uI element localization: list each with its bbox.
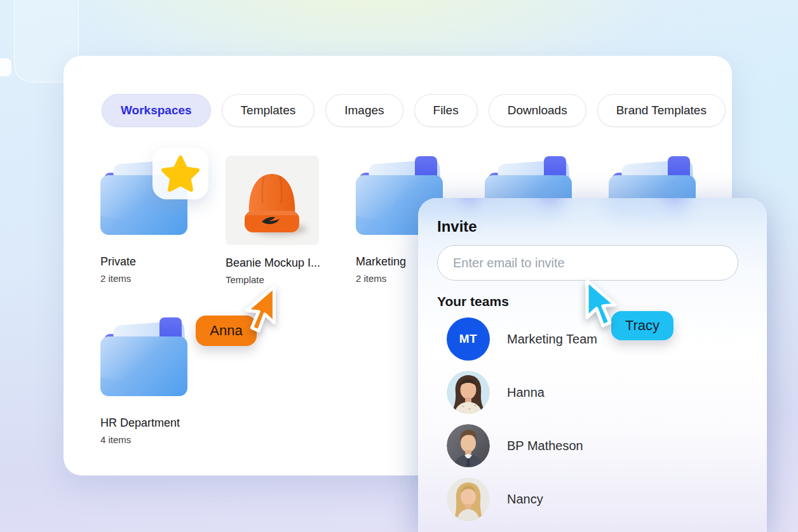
member-row-hanna[interactable]: Hanna — [418, 371, 767, 414]
template-name: Beanie Mockup I... — [226, 256, 321, 270]
glass-blur-smudge — [482, 198, 565, 221]
member-row-nancy[interactable]: Nancy — [418, 477, 767, 521]
collaborator-label-tracy: Tracy — [611, 311, 673, 340]
folder-meta: 4 items — [100, 434, 196, 445]
member-name: Nancy — [507, 492, 543, 507]
glass-blur-smudge — [606, 198, 690, 221]
tab-templates[interactable]: Templates — [222, 94, 315, 127]
marketing-team-avatar: MT — [447, 317, 490, 361]
folder-name: Private — [100, 255, 196, 269]
team-name: Marketing Team — [507, 332, 597, 347]
beanie-image — [226, 156, 319, 245]
member-name: BP Matheson — [507, 439, 583, 453]
member-name: Hanna — [507, 385, 544, 400]
category-tabs: Workspaces Templates Images Files Downlo… — [102, 94, 726, 127]
bp-matheson-avatar — [447, 424, 490, 467]
team-initials: MT — [459, 332, 477, 346]
invite-panel: Invite Your teams MT Marketing Team — [418, 198, 767, 532]
favorite-star-badge — [152, 148, 208, 199]
invite-email-input[interactable] — [437, 245, 738, 281]
nancy-avatar — [447, 477, 490, 521]
star-icon — [161, 155, 200, 193]
tab-brand-templates[interactable]: Brand Templates — [597, 94, 726, 127]
member-row-bp-matheson[interactable]: BP Matheson — [418, 424, 767, 467]
folder-tile-private[interactable]: Private 2 items — [100, 156, 196, 284]
template-meta: Template — [226, 274, 321, 285]
collaborator-cursor-anna — [243, 286, 278, 338]
folder-name: HR Department — [100, 416, 196, 430]
folder-tile-hr-department[interactable]: HR Department 4 items — [100, 317, 196, 445]
your-teams-heading: Your teams — [437, 294, 509, 309]
template-tile-beanie[interactable]: Beanie Mockup I... Template — [226, 156, 321, 285]
collaborator-cursor-tracy — [583, 279, 619, 333]
folder-icon — [100, 156, 187, 240]
tab-images[interactable]: Images — [325, 94, 403, 127]
folder-meta: 2 items — [100, 273, 196, 284]
screen: Workspaces Templates Images Files Downlo… — [0, 0, 798, 532]
cursor-arrow-icon — [243, 286, 278, 335]
invite-title: Invite — [437, 218, 477, 236]
teams-list: MT Marketing Team Hanna — [418, 317, 767, 531]
tab-files[interactable]: Files — [414, 94, 478, 127]
tab-workspaces[interactable]: Workspaces — [102, 94, 211, 127]
cursor-arrow-icon — [583, 279, 619, 330]
hanna-avatar — [447, 371, 490, 414]
background-left-notch — [0, 58, 11, 76]
folder-icon — [100, 317, 187, 401]
tab-downloads[interactable]: Downloads — [489, 94, 586, 127]
beanie-mockup-graphic — [226, 156, 319, 245]
